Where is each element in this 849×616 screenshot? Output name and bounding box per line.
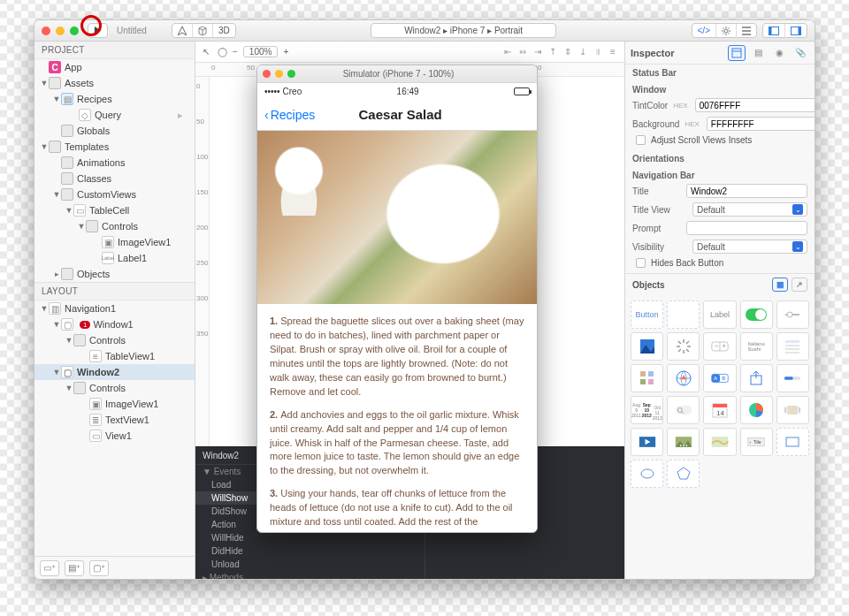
distribute-v-icon[interactable]: ≡ (607, 46, 619, 58)
align-left-icon[interactable]: ⇤ (501, 46, 514, 58)
align-center-v-icon[interactable]: ⇕ (562, 46, 574, 58)
obj-tableview[interactable] (776, 332, 809, 361)
loupe-icon[interactable]: ◯ (217, 47, 227, 57)
obj-label[interactable]: Label (703, 300, 736, 329)
obj-switch[interactable] (740, 300, 773, 329)
obj-pageview[interactable] (667, 428, 700, 456)
list-view-icon[interactable] (737, 24, 756, 38)
titleview-select[interactable]: Default⌄ (692, 202, 807, 217)
t-label1-node[interactable]: LabelLabel1 (34, 250, 195, 266)
cube-icon[interactable] (193, 24, 213, 38)
right-panel-toggle[interactable] (785, 24, 807, 38)
query-node[interactable]: ◇Query▸ (34, 107, 195, 123)
align-top-icon[interactable]: ⤒ (547, 46, 559, 58)
obj-view[interactable] (667, 300, 700, 329)
obj-navbar[interactable]: ‹Title (740, 428, 773, 456)
nav1-node[interactable]: ▼▥Navigation1 (34, 300, 195, 316)
obj-polygon[interactable] (667, 460, 700, 488)
assets-node[interactable]: ▼Assets (34, 75, 195, 91)
zoom-level[interactable]: 100% (243, 46, 279, 57)
obj-share[interactable] (740, 364, 773, 392)
obj-mapview[interactable] (703, 428, 736, 456)
objects-node[interactable]: ▸Objects (34, 266, 195, 282)
obj-webview[interactable] (667, 364, 700, 392)
animations-node[interactable]: Animations (34, 155, 195, 171)
simulator-titlebar[interactable]: Simulator (iPhone 7 - 100%) (257, 65, 537, 83)
obj-movieview[interactable] (631, 428, 663, 456)
obj-progress[interactable] (776, 364, 809, 392)
tableview1-node[interactable]: ≡TableView1 (34, 348, 195, 364)
device-selector[interactable]: Window2 ▸ iPhone 7 ▸ Portrait (371, 23, 556, 38)
play-button[interactable] (88, 24, 107, 38)
obj-piechart[interactable] (740, 396, 773, 424)
align-bottom-icon[interactable]: ⤓ (577, 46, 589, 58)
obj-grid-mode-icon[interactable]: ▦ (772, 278, 788, 292)
sim-close-icon[interactable] (263, 70, 271, 78)
add-folder-button[interactable]: ▤⁺ (65, 560, 84, 576)
obj-searchbar[interactable] (667, 396, 700, 424)
align-right-icon[interactable]: ⇥ (532, 46, 544, 58)
send-icon[interactable] (172, 24, 193, 38)
sim-minimize-icon[interactable] (275, 70, 283, 78)
t-controls-node[interactable]: ▼Controls (34, 218, 195, 234)
zoom-icon[interactable] (70, 27, 79, 35)
templates-node[interactable]: ▼Templates (34, 139, 195, 155)
textview1-node[interactable]: ≣TextView1 (34, 412, 195, 428)
obj-oval[interactable] (631, 460, 663, 488)
recipes-node[interactable]: ▼▤Recipes (34, 91, 195, 107)
visibility-select[interactable]: Default⌄ (692, 240, 807, 254)
prompt-input[interactable] (686, 221, 807, 235)
obj-slider[interactable] (776, 300, 809, 329)
adjust-insets-check[interactable]: Adjust Scroll Views Insets (632, 135, 807, 145)
attributes-tab-icon[interactable] (728, 45, 746, 61)
obj-picker[interactable]: ItalianoSushi (740, 332, 773, 361)
obj-expand-icon[interactable]: ↗ (792, 278, 807, 292)
navtitle-input[interactable] (686, 184, 807, 198)
app-node[interactable]: CApp (34, 59, 195, 75)
link-tab-icon[interactable]: 📎 (792, 45, 809, 61)
obj-button[interactable]: Button (631, 300, 663, 329)
t-imageview1-node[interactable]: ▣ImageView1 (34, 234, 195, 250)
play-inline-icon[interactable]: ▸ (175, 110, 186, 120)
event-didhide[interactable]: DidHide (195, 544, 424, 558)
add-window-button[interactable]: ▢⁺ (89, 560, 109, 576)
gear-icon[interactable] (716, 24, 737, 38)
obj-datepicker[interactable]: Aug 9 2011Sep 10 2012Oct 11 2013 (631, 396, 663, 424)
obj-calendar[interactable]: 14 (703, 396, 736, 424)
minimize-icon[interactable] (56, 27, 65, 35)
event-willhide[interactable]: WillHide (195, 531, 424, 544)
window2-node[interactable]: ▼▢Window2 (34, 364, 195, 380)
db-tab-icon[interactable]: ◉ (770, 45, 788, 61)
w2-controls-node[interactable]: ▼Controls (34, 380, 195, 396)
view1-node[interactable]: ▭View1 (34, 428, 195, 444)
recipe-text[interactable]: 1. Spread the baguette slices out over a… (257, 304, 537, 532)
tablecell-node[interactable]: ▼▭TableCell (34, 202, 195, 218)
threeD-button[interactable]: 3D (213, 24, 235, 38)
window1-node[interactable]: ▼▢1Window1 (34, 316, 195, 332)
obj-activity[interactable] (667, 332, 700, 361)
event-unload[interactable]: Unload (195, 558, 424, 571)
w1-controls-node[interactable]: ▼Controls (34, 332, 195, 348)
distribute-h-icon[interactable]: ⫴ (592, 46, 604, 58)
layers-tab-icon[interactable]: ▤ (749, 45, 767, 61)
obj-segmented[interactable]: AB (703, 364, 736, 392)
code-view-icon[interactable]: </> (692, 24, 716, 38)
hides-back-check[interactable]: Hides Back Button (632, 258, 807, 268)
left-panel-toggle[interactable] (763, 24, 785, 38)
close-icon[interactable] (42, 27, 50, 35)
w2-imageview1-node[interactable]: ▣ImageView1 (34, 396, 195, 412)
background-input[interactable] (707, 117, 815, 131)
add-view-button[interactable]: ▭⁺ (40, 560, 59, 576)
sim-zoom-icon[interactable] (287, 70, 295, 78)
obj-rect[interactable] (776, 428, 809, 456)
tintcolor-input[interactable] (695, 98, 815, 112)
obj-stepper[interactable]: −+ (703, 332, 736, 361)
align-center-h-icon[interactable]: ⇔ (516, 46, 529, 58)
obj-carousel[interactable] (776, 396, 809, 424)
obj-imageview[interactable] (631, 332, 663, 361)
globals-node[interactable]: Globals (34, 123, 195, 139)
classes-node[interactable]: Classes (34, 171, 195, 186)
customviews-node[interactable]: ▼CustomViews (34, 186, 195, 202)
window-traffic-lights[interactable] (42, 27, 79, 35)
obj-collectionview[interactable] (631, 364, 663, 392)
